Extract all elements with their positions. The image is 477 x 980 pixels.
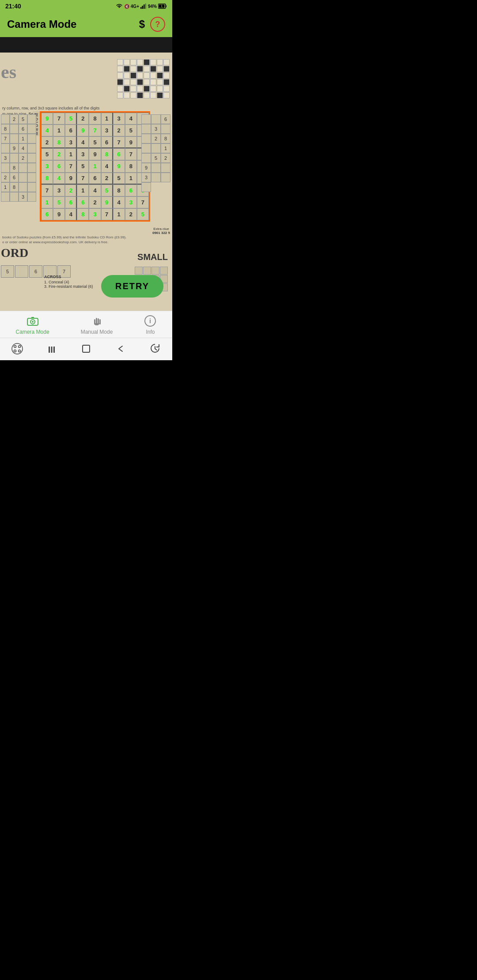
sudoku-cell: 6 — [101, 136, 113, 148]
svg-rect-21 — [49, 347, 50, 353]
cw-cell — [163, 92, 170, 98]
nav-item-manual[interactable]: Manual Mode — [81, 315, 113, 335]
recent-icon[interactable] — [148, 342, 162, 356]
sudoku-cell: 9 — [113, 160, 125, 172]
cw-cell — [144, 92, 150, 98]
sudoku-cell: 1 — [77, 185, 89, 196]
cw-cell — [150, 66, 156, 72]
cw-cell — [137, 79, 143, 85]
sudoku-cell: 1 — [101, 113, 113, 124]
sudoku-cell: 1 — [125, 173, 137, 185]
sudoku-cell: 5 — [41, 148, 53, 160]
cw-cell — [150, 92, 156, 98]
svg-point-17 — [14, 346, 16, 348]
sudoku-cell: 5 — [77, 160, 89, 172]
svg-rect-23 — [53, 347, 55, 353]
sudoku-cell: 2 — [65, 185, 77, 196]
sudoku-cell: 7 — [65, 160, 77, 172]
svg-rect-22 — [51, 347, 53, 353]
info-nav-icon: i — [144, 315, 156, 327]
sudoku-cell: 4 — [41, 124, 53, 136]
sudoku-cell: 3 — [113, 113, 125, 124]
sudoku-cell: 4 — [53, 173, 65, 185]
cw-cell — [137, 86, 143, 92]
sudoku-cell: 9 — [101, 196, 113, 208]
cw-cell — [163, 86, 170, 92]
sudoku-cell: 2 — [101, 173, 113, 185]
camera-nav-icon — [26, 315, 39, 327]
cw-cell — [124, 66, 130, 72]
dollar-button[interactable]: $ — [139, 18, 145, 30]
sudoku-cell: 6 — [53, 160, 65, 172]
extra-clue-label: Extra clue — [152, 227, 170, 231]
status-bar: 21:40 🔇 4G+ 94% — [0, 0, 172, 12]
sudoku-cell: 1 — [113, 208, 125, 220]
bottom-line1: books of Sudoku puzzles (from £5.99) and… — [2, 235, 170, 240]
mute-icon: 🔇 — [124, 4, 129, 9]
apps-icon[interactable] — [10, 342, 24, 356]
nav-item-camera[interactable]: Camera Mode — [16, 315, 49, 335]
header-actions: $ ? — [139, 17, 165, 32]
sudoku-cell: 7 — [89, 124, 101, 136]
cw-cell — [124, 59, 130, 65]
word-ord: ORD — [1, 246, 28, 260]
cw-cell — [144, 79, 150, 85]
sudoku-cell: 7 — [77, 173, 89, 185]
sudoku-cell: 5 — [101, 185, 113, 196]
help-button[interactable]: ? — [150, 17, 165, 32]
sudoku-cell: 3 — [41, 160, 53, 172]
sudoku-cell: 7 — [53, 113, 65, 124]
sudoku-cell: 8 — [101, 148, 113, 160]
sudoku-cell: 2 — [53, 148, 65, 160]
sudoku-cell: 2 — [41, 136, 53, 148]
app-header: Camera Mode $ ? — [0, 12, 172, 37]
battery-label: 94% — [148, 4, 157, 9]
svg-rect-13 — [99, 319, 101, 324]
sudoku-cell: 2 — [77, 113, 89, 124]
home-icon[interactable] — [79, 342, 93, 356]
cw-cell — [163, 59, 170, 65]
sudoku-cell: 5 — [65, 113, 77, 124]
sudoku-grid-container: 9752813464169732582834567915213986743675… — [40, 111, 150, 222]
cw-cell — [157, 72, 163, 79]
menu-icon[interactable] — [45, 342, 59, 356]
newspaper-letters: es — [1, 61, 16, 83]
sudoku-cell: 3 — [53, 185, 65, 196]
retry-button[interactable]: RETRY — [101, 275, 163, 298]
svg-point-19 — [14, 350, 16, 352]
nav-item-info[interactable]: i Info — [144, 315, 156, 335]
info-nav-label: Info — [146, 329, 155, 335]
cw-cell — [163, 66, 170, 72]
cw-cell — [150, 59, 156, 65]
sudoku-cell: 3 — [101, 124, 113, 136]
svg-rect-3 — [145, 4, 146, 9]
sudoku-cell: 9 — [77, 124, 89, 136]
sudoku-cell: 8 — [53, 136, 65, 148]
signal-icon — [140, 4, 147, 9]
cw-cell — [137, 92, 143, 98]
sudoku-cell: 6 — [65, 196, 77, 208]
sudoku-cell: 3 — [77, 148, 89, 160]
sudoku-cell: 5 — [113, 173, 125, 185]
sudoku-cell: 6 — [65, 124, 77, 136]
cw-cell — [144, 86, 150, 92]
cw-cell — [130, 66, 136, 72]
sudoku-cell: 8 — [89, 113, 101, 124]
cw-cell — [117, 66, 123, 72]
left-sudoku-grid: 25 86 71 94 32 8 26 18 3 — [1, 114, 38, 202]
extra-clue: Extra clue 0901 322 5 — [152, 227, 170, 235]
sudoku-cell: 2 — [113, 124, 125, 136]
cw-cell — [117, 72, 123, 79]
sudoku-cell: 9 — [41, 113, 53, 124]
svg-rect-2 — [144, 4, 145, 9]
svg-rect-24 — [83, 345, 90, 352]
svg-rect-0 — [140, 7, 142, 9]
cw-cell — [144, 59, 150, 65]
cw-cell — [137, 66, 143, 72]
camera-viewport: es — [0, 37, 172, 311]
back-icon[interactable] — [114, 342, 128, 356]
sudoku-cell: 9 — [89, 148, 101, 160]
sudoku-cell: 4 — [77, 136, 89, 148]
cw-cell — [157, 59, 163, 65]
svg-point-18 — [19, 346, 21, 348]
